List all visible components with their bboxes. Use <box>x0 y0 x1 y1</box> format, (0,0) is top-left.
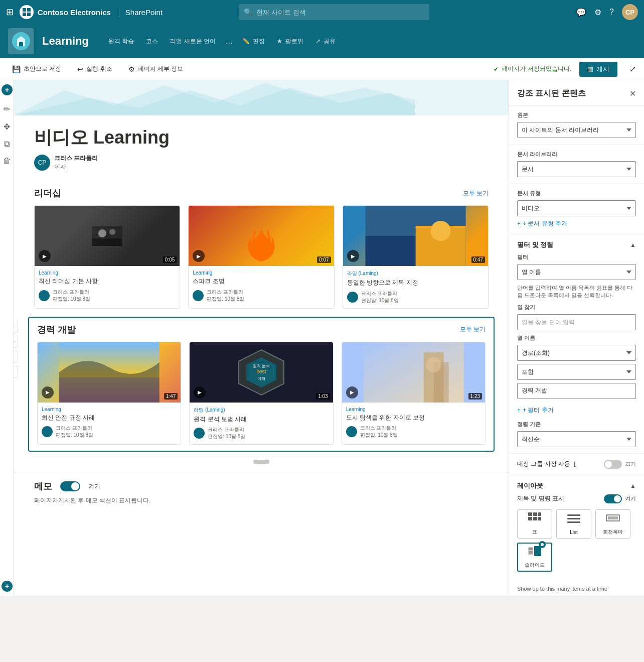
column-name-select1[interactable]: 경로(조회) <box>517 345 636 361</box>
audience-toggle[interactable] <box>604 460 622 469</box>
video-author-info: 크리스 프라틀리 편집일: 10월 8일 <box>360 425 398 439</box>
doc-type-section: 문서 유형 비디오 + + 문서 유형 추가 <box>509 184 644 234</box>
settings-icon[interactable]: ⚙ <box>594 8 601 17</box>
doc-library-label: 문서 라이브러리 <box>517 151 636 158</box>
list-layout-icon <box>567 513 581 527</box>
layout-option-slide[interactable]: 슬라이드 <box>517 543 552 572</box>
video-author: 크리스 프라틀리 편집일: 10월 8일 <box>347 290 484 304</box>
video-info: 라밍 (Laming) 원격 분석 보범 사례 크리스 프라틀리 편집일: 10… <box>190 403 333 445</box>
filter-sort-collapse[interactable]: 필터 및 정렬 ▲ <box>517 240 636 249</box>
edit-btn[interactable]: ✏️ 편집 <box>236 28 271 54</box>
site-logo <box>8 28 34 54</box>
svg-point-14 <box>430 221 450 241</box>
video-card[interactable]: ▶ 0:47 라밍 (Laming) 동일한 방향으로 제목 지정 크리스 프라… <box>343 205 489 309</box>
column-value-input[interactable] <box>517 383 636 399</box>
duplicate-section-icon[interactable]: ⧉ <box>2 138 12 151</box>
expand-button[interactable]: ⤢ <box>629 64 636 74</box>
svg-rect-40 <box>529 551 533 554</box>
title-toggle[interactable] <box>604 494 622 503</box>
play-button[interactable]: ▶ <box>194 386 206 399</box>
filter-sort-title: 필터 및 정렬 <box>517 240 553 249</box>
scroll-dot <box>253 460 269 464</box>
edit-tool-move[interactable]: ✥ <box>14 336 18 348</box>
nav-link-language[interactable]: 리얼 새로운 언어 <box>164 28 222 54</box>
page-title-area: 비디오 Learning <box>14 115 509 154</box>
play-button[interactable]: ▶ <box>42 386 54 399</box>
video-author-avatar <box>42 426 53 437</box>
svg-rect-31 <box>538 517 541 520</box>
video-card[interactable]: ▶ 0:05 Learning 최신 리더십 기본 사항 크리스 프라틀리 편집… <box>34 205 180 309</box>
edit-section-icon[interactable]: ✏ <box>2 102 12 116</box>
play-button[interactable]: ▶ <box>347 250 359 262</box>
table-layout-label: 표 <box>532 528 537 536</box>
audience-toggle-label: 끄기 <box>625 460 636 468</box>
save-draft-button[interactable]: 💾 초안으로 저장 <box>8 63 65 75</box>
video-card[interactable]: 원격 분석 best 이해 ▶ 1:03 라밍 (Laming) 원격 분석 보… <box>189 342 333 445</box>
play-button[interactable]: ▶ <box>39 250 51 262</box>
author-avatar: CP <box>34 155 50 171</box>
leadership-video-grid: ▶ 0:05 Learning 최신 리더십 기본 사항 크리스 프라틀리 편집… <box>34 205 489 309</box>
search-bar[interactable]: 🔍 <box>239 4 429 20</box>
video-title: 원격 분석 보범 사례 <box>194 416 329 424</box>
find-column-input[interactable] <box>517 314 636 330</box>
selected-check <box>539 541 546 548</box>
layout-option-table[interactable]: 표 <box>517 509 552 539</box>
layout-collapse[interactable]: 레이아웃 ▲ <box>517 481 636 490</box>
details-icon: ⚙ <box>128 65 135 73</box>
add-doc-type-link[interactable]: + + 문서 유형 추가 <box>517 219 636 228</box>
career-see-all[interactable]: 모두 보기 <box>460 325 486 334</box>
nav-link-courses[interactable]: 코스 <box>140 28 164 54</box>
list-layout-label: List <box>570 529 578 535</box>
save-status: ✔ 페이지가 저장되었습니다. <box>494 65 571 73</box>
column-name-select2[interactable]: 포함 <box>517 364 636 380</box>
nav-more[interactable]: ... <box>222 37 236 46</box>
career-section: 경력 개발 모두 보기 ▶ 1:47 Lea <box>28 317 495 452</box>
video-card[interactable]: ▶ 1:23 Learning 도시 탐색을 위한 자이로 보정 크리스 프라틀… <box>342 342 486 445</box>
memo-toggle[interactable] <box>60 481 80 491</box>
video-author-info: 크리스 프라틀리 편집일: 10월 8일 <box>53 289 90 303</box>
move-section-icon[interactable]: ✥ <box>2 120 12 134</box>
edit-tool-delete[interactable]: 🗑 <box>14 366 18 378</box>
waffle-icon[interactable]: ⊞ <box>6 7 14 18</box>
play-button[interactable]: ▶ <box>346 386 358 399</box>
leadership-section: 리더십 모두 보기 ▶ 0:05 Learning 최신 리더십 기본 사항 <box>14 179 509 317</box>
help-icon[interactable]: ? <box>609 8 614 17</box>
video-duration: 0:05 <box>163 256 177 263</box>
video-thumbnail: ▶ 0:05 <box>35 206 180 266</box>
slide-layout-icon-container <box>528 545 542 560</box>
follow-btn[interactable]: ★ 팔로위 <box>271 28 309 54</box>
video-card[interactable]: ▶ 1:47 Learning 최신 안전 규정 사례 크리스 프라틀리 편집일… <box>37 342 181 445</box>
doc-library-select[interactable]: 문서 <box>517 161 636 177</box>
search-input[interactable] <box>256 9 424 16</box>
doc-type-select[interactable]: 비디오 <box>517 200 636 216</box>
chat-icon[interactable]: 💬 <box>576 8 586 17</box>
avatar[interactable]: CP <box>622 4 638 20</box>
leadership-see-all[interactable]: 모두 보기 <box>463 189 489 198</box>
toggle-on-knob <box>614 495 621 502</box>
video-edit-date: 편집일: 10월 8일 <box>361 297 399 304</box>
video-card[interactable]: ▶ 0:07 Learning 스파크 조명 크리스 프라틀리 편집일: 10월… <box>188 205 334 309</box>
add-section-top[interactable]: + <box>2 84 13 95</box>
undo-button[interactable]: ↩ 실행 취소 <box>73 63 116 75</box>
audience-row: 대상 그룹 지정 사용 ℹ 끄기 <box>517 460 636 469</box>
delete-section-icon[interactable]: 🗑 <box>1 155 13 168</box>
publish-button[interactable]: ▦ 게시 <box>579 62 617 77</box>
add-filter-link[interactable]: + + 필터 추가 <box>517 406 636 415</box>
source-select[interactable]: 이 사이트의 문서 라이브러리 <box>517 122 636 138</box>
app-logo[interactable]: Contoso Electronics <box>20 5 111 19</box>
plus-icon: + <box>517 220 521 227</box>
author-role: 이사 <box>54 163 98 171</box>
filter-select[interactable]: 열 이름 <box>517 264 636 280</box>
share-btn[interactable]: ↗ 공유 <box>309 28 342 54</box>
layout-option-filmstrip[interactable]: 회전목마 <box>595 509 630 539</box>
edit-tool-copy[interactable]: ⧉ <box>14 351 18 363</box>
nav-link-remote[interactable]: 원격 학습 <box>102 28 140 54</box>
layout-option-list[interactable]: List <box>556 509 591 539</box>
app-logo-icon <box>20 5 34 19</box>
info-icon[interactable]: ℹ <box>573 460 576 468</box>
add-section-bottom[interactable]: + <box>2 581 13 592</box>
panel-close-button[interactable]: ✕ <box>629 89 636 98</box>
sort-select[interactable]: 최신순 <box>517 431 636 447</box>
page-details-button[interactable]: ⚙ 페이지 세부 정보 <box>124 63 188 75</box>
edit-tool-pencil[interactable]: ✏ <box>14 321 18 333</box>
